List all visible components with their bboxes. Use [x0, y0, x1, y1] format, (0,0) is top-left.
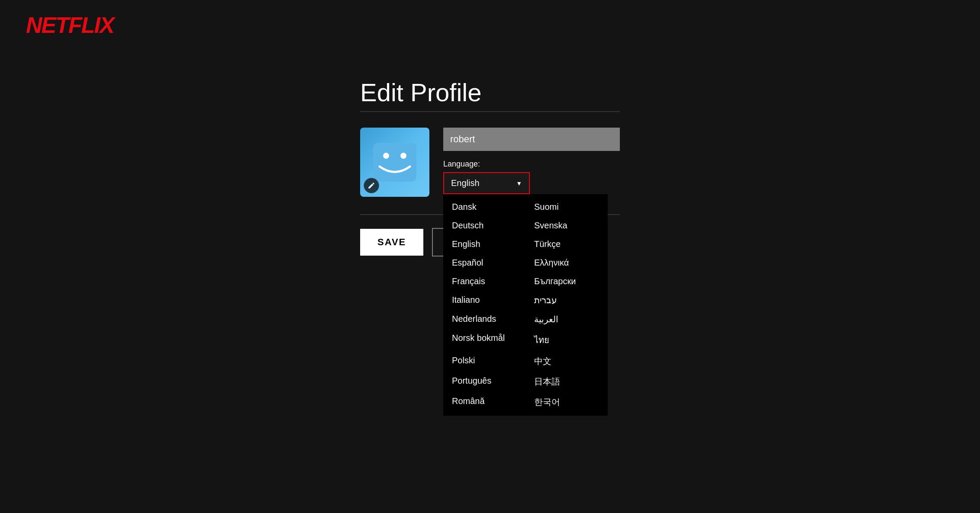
save-button[interactable]: SAVE: [360, 229, 423, 256]
svg-rect-0: [373, 143, 416, 182]
title-divider: [360, 111, 620, 112]
svg-point-1: [383, 153, 389, 159]
language-option-dansk[interactable]: Dansk: [443, 198, 525, 216]
language-option-arabic[interactable]: العربية: [525, 310, 608, 329]
language-option-deutsch[interactable]: Deutsch: [443, 216, 525, 235]
language-option-francais[interactable]: Français: [443, 272, 525, 291]
language-option-japanese[interactable]: 日本語: [525, 372, 608, 392]
language-option-portugues[interactable]: Português: [443, 372, 525, 392]
language-label: Language:: [443, 160, 620, 169]
language-dropdown-menu: Dansk Suomi Deutsch Svenska English Türk…: [443, 194, 608, 416]
avatar-edit-button[interactable]: [364, 178, 379, 193]
language-option-polski[interactable]: Polski: [443, 351, 525, 372]
language-option-norsk[interactable]: Norsk bokmål: [443, 329, 525, 351]
language-option-english[interactable]: English: [443, 235, 525, 253]
language-option-hebrew[interactable]: עברית: [525, 291, 608, 310]
profile-section: Language: English ▼ Dansk Suomi Deutsch …: [360, 128, 620, 197]
profile-name-input[interactable]: [443, 128, 620, 151]
main-content: Edit Profile: [360, 78, 620, 256]
language-selected-value: English: [451, 178, 480, 188]
language-option-korean[interactable]: 한국어: [525, 392, 608, 412]
avatar-container: [360, 128, 429, 197]
language-dropdown-button[interactable]: English ▼: [443, 172, 530, 194]
language-option-greek[interactable]: Ελληνικά: [525, 253, 608, 272]
language-dropdown-container: English ▼ Dansk Suomi Deutsch Svenska En…: [443, 172, 620, 194]
language-option-bulgarian[interactable]: Български: [525, 272, 608, 291]
language-option-espanol[interactable]: Español: [443, 253, 525, 272]
netflix-logo: NETFLIX: [26, 12, 114, 38]
language-option-romana[interactable]: Română: [443, 392, 525, 412]
language-option-thai[interactable]: ไทย: [525, 329, 608, 351]
page-title: Edit Profile: [360, 78, 620, 107]
language-option-chinese[interactable]: 中文: [525, 351, 608, 372]
language-option-turkce[interactable]: Türkçe: [525, 235, 608, 253]
language-option-svenska[interactable]: Svenska: [525, 216, 608, 235]
form-section: Language: English ▼ Dansk Suomi Deutsch …: [443, 128, 620, 194]
svg-point-2: [400, 153, 406, 159]
language-option-italiano[interactable]: Italiano: [443, 291, 525, 310]
language-option-nederlands[interactable]: Nederlands: [443, 310, 525, 329]
language-option-suomi[interactable]: Suomi: [525, 198, 608, 216]
chevron-down-icon: ▼: [516, 180, 522, 187]
